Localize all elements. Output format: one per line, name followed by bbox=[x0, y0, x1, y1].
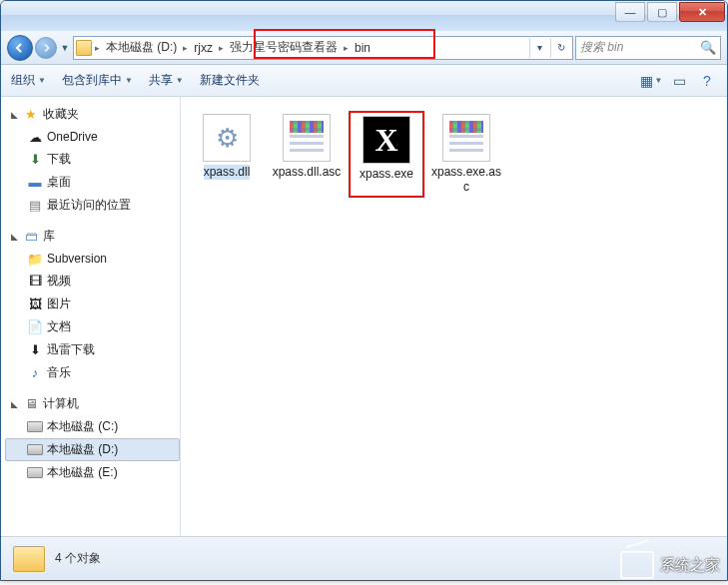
file-item[interactable]: xpass.exe.asc bbox=[428, 111, 504, 198]
asc-file-icon bbox=[442, 114, 490, 162]
chevron-right-icon[interactable]: ▸ bbox=[182, 43, 189, 53]
sidebar-item-pictures[interactable]: 🖼图片 bbox=[5, 292, 180, 315]
drive-icon bbox=[27, 467, 43, 478]
collapse-icon[interactable]: ◣ bbox=[9, 399, 19, 409]
breadcrumb-folder1[interactable]: rjxz bbox=[191, 41, 216, 55]
download-icon: ⬇ bbox=[27, 342, 43, 358]
address-dropdown[interactable]: ▾ bbox=[529, 38, 549, 58]
forward-button[interactable] bbox=[35, 37, 57, 59]
sidebar-item-xunlei[interactable]: ⬇迅雷下载 bbox=[5, 338, 180, 361]
download-icon: ⬇ bbox=[27, 152, 43, 168]
favorites-group[interactable]: ◣ ★ 收藏夹 bbox=[5, 103, 180, 126]
back-button[interactable] bbox=[7, 35, 33, 61]
music-icon: ♪ bbox=[27, 365, 43, 381]
sidebar-item-desktop[interactable]: ▬桌面 bbox=[5, 171, 180, 194]
refresh-button[interactable]: ↻ bbox=[550, 38, 570, 58]
collapse-icon[interactable]: ◣ bbox=[9, 110, 19, 120]
chevron-right-icon[interactable]: ▸ bbox=[94, 43, 101, 53]
file-item-xpass-exe[interactable]: X xpass.exe bbox=[349, 111, 424, 198]
sidebar-item-drive-c[interactable]: 本地磁盘 (C:) bbox=[5, 415, 180, 438]
file-name: xpass.dll bbox=[204, 165, 251, 180]
libraries-label: 库 bbox=[43, 228, 55, 245]
favorites-label: 收藏夹 bbox=[43, 106, 79, 123]
view-options-button[interactable]: ▦▼ bbox=[641, 71, 661, 91]
navigation-pane[interactable]: ◣ ★ 收藏夹 ☁OneDrive ⬇下载 ▬桌面 ▤最近访问的位置 ◣ 🗃 库… bbox=[1, 97, 181, 536]
file-name: xpass.dll.asc bbox=[273, 165, 342, 180]
folder-icon bbox=[76, 40, 92, 56]
exe-file-icon: X bbox=[363, 116, 410, 164]
file-name: xpass.exe bbox=[360, 167, 413, 182]
help-button[interactable]: ? bbox=[697, 71, 717, 91]
search-input[interactable]: 搜索 bin 🔍 bbox=[575, 36, 721, 60]
watermark: 系统之家 bbox=[620, 551, 720, 579]
file-item[interactable]: xpass.dll bbox=[189, 111, 265, 198]
file-name: xpass.exe.asc bbox=[430, 165, 502, 195]
chevron-right-icon[interactable]: ▸ bbox=[343, 43, 350, 53]
house-icon bbox=[620, 551, 654, 579]
status-bar: 4 个对象 bbox=[1, 536, 727, 580]
breadcrumb-folder2[interactable]: 强力星号密码查看器 bbox=[227, 39, 341, 56]
watermark-text: 系统之家 bbox=[660, 556, 720, 575]
close-button[interactable]: ✕ bbox=[679, 2, 725, 22]
sidebar-item-documents[interactable]: 📄文档 bbox=[5, 315, 180, 338]
organize-button[interactable]: 组织▼ bbox=[11, 72, 46, 89]
document-icon: 📄 bbox=[27, 319, 43, 335]
minimize-button[interactable]: — bbox=[615, 2, 645, 22]
sidebar-item-downloads[interactable]: ⬇下载 bbox=[5, 148, 180, 171]
dll-file-icon bbox=[203, 114, 251, 162]
include-in-library-button[interactable]: 包含到库中▼ bbox=[62, 72, 133, 89]
file-item[interactable]: xpass.dll.asc bbox=[269, 111, 345, 198]
desktop-icon: ▬ bbox=[27, 175, 43, 191]
arrow-left-icon bbox=[14, 42, 26, 54]
computer-icon: 🖥 bbox=[23, 396, 39, 412]
asc-file-icon bbox=[283, 114, 331, 162]
status-text: 4 个对象 bbox=[55, 550, 101, 567]
star-icon: ★ bbox=[23, 107, 39, 123]
sidebar-item-videos[interactable]: 🎞视频 bbox=[5, 270, 180, 292]
breadcrumb-folder3[interactable]: bin bbox=[352, 41, 373, 55]
picture-icon: 🖼 bbox=[27, 296, 43, 312]
computer-group[interactable]: ◣ 🖥 计算机 bbox=[5, 392, 180, 415]
maximize-button[interactable]: ▢ bbox=[647, 2, 677, 22]
share-button[interactable]: 共享▼ bbox=[149, 72, 184, 89]
libraries-group[interactable]: ◣ 🗃 库 bbox=[5, 225, 180, 248]
computer-label: 计算机 bbox=[43, 395, 79, 412]
titlebar[interactable]: — ▢ ✕ bbox=[1, 1, 727, 31]
address-bar[interactable]: ▸ 本地磁盘 (D:) ▸ rjxz ▸ 强力星号密码查看器 ▸ bin ▾ ↻ bbox=[73, 36, 573, 60]
search-placeholder: 搜索 bin bbox=[580, 39, 623, 56]
sidebar-item-recent[interactable]: ▤最近访问的位置 bbox=[5, 194, 180, 217]
file-list[interactable]: xpass.dll xpass.dll.asc X xpass.exe xpas… bbox=[181, 97, 727, 536]
chevron-right-icon[interactable]: ▸ bbox=[218, 43, 225, 53]
search-icon: 🔍 bbox=[700, 40, 716, 55]
history-dropdown[interactable]: ▼ bbox=[59, 36, 71, 60]
folder-icon bbox=[13, 546, 45, 572]
breadcrumb-drive[interactable]: 本地磁盘 (D:) bbox=[103, 39, 180, 56]
explorer-window: — ▢ ✕ ▼ ▸ 本地磁盘 (D:) ▸ rjxz ▸ 强力星号密码查看器 ▸… bbox=[0, 0, 728, 581]
navigation-bar: ▼ ▸ 本地磁盘 (D:) ▸ rjxz ▸ 强力星号密码查看器 ▸ bin ▾… bbox=[1, 31, 727, 65]
sidebar-item-drive-d[interactable]: 本地磁盘 (D:) bbox=[5, 438, 180, 461]
cloud-icon: ☁ bbox=[27, 129, 43, 145]
sidebar-item-music[interactable]: ♪音乐 bbox=[5, 361, 180, 384]
drive-icon bbox=[27, 421, 43, 432]
sidebar-item-onedrive[interactable]: ☁OneDrive bbox=[5, 126, 180, 148]
arrow-right-icon bbox=[41, 43, 51, 53]
sidebar-item-drive-e[interactable]: 本地磁盘 (E:) bbox=[5, 461, 180, 484]
drive-icon bbox=[27, 444, 43, 455]
recent-icon: ▤ bbox=[27, 198, 43, 214]
command-toolbar: 组织▼ 包含到库中▼ 共享▼ 新建文件夹 ▦▼ ▭ ? bbox=[1, 65, 727, 97]
preview-pane-button[interactable]: ▭ bbox=[669, 71, 689, 91]
collapse-icon[interactable]: ◣ bbox=[9, 232, 19, 242]
video-icon: 🎞 bbox=[27, 274, 43, 290]
library-icon: 🗃 bbox=[23, 229, 39, 245]
sidebar-item-subversion[interactable]: 📁Subversion bbox=[5, 248, 180, 270]
body-area: ◣ ★ 收藏夹 ☁OneDrive ⬇下载 ▬桌面 ▤最近访问的位置 ◣ 🗃 库… bbox=[1, 97, 727, 536]
new-folder-button[interactable]: 新建文件夹 bbox=[200, 72, 260, 89]
folder-icon: 📁 bbox=[27, 251, 43, 267]
